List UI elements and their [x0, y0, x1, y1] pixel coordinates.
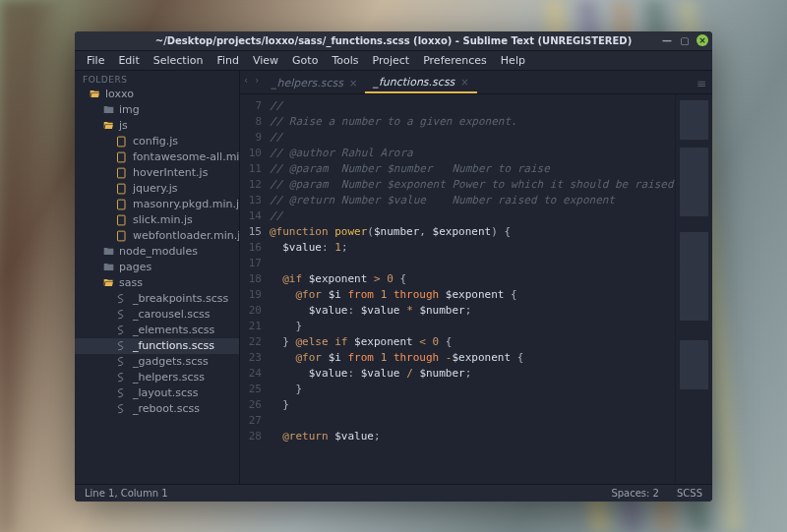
line-number[interactable]: 11 — [240, 161, 262, 177]
close-icon[interactable]: × — [696, 34, 708, 46]
line-number[interactable]: 25 — [240, 382, 262, 397]
code-line[interactable] — [270, 256, 675, 271]
tree-item[interactable]: hoverIntent.js — [75, 165, 239, 181]
line-number[interactable]: 28 — [240, 429, 262, 444]
code-line[interactable]: // @param Number $number Number to raise — [270, 161, 675, 177]
line-number[interactable]: 9 — [240, 130, 262, 146]
code-line[interactable]: } — [270, 382, 675, 397]
tree-item[interactable]: _helpers.scss — [75, 370, 239, 385]
line-number[interactable]: 18 — [240, 271, 262, 287]
tab-nav-arrows[interactable]: ‹ › — [244, 75, 261, 86]
line-number[interactable]: 8 — [240, 114, 262, 130]
status-spaces[interactable]: Spaces: 2 — [611, 488, 659, 499]
tree-item-label: _reboot.scss — [133, 402, 200, 415]
tree-item[interactable]: js — [75, 118, 239, 134]
tree-item[interactable]: _functions.scss — [75, 338, 239, 354]
tab[interactable]: _helpers.scss× — [264, 72, 365, 93]
code-line[interactable]: $value: 1; — [270, 240, 675, 256]
menu-preferences[interactable]: Preferences — [417, 52, 493, 69]
tab-close-icon[interactable]: × — [349, 78, 357, 89]
menu-project[interactable]: Project — [367, 52, 416, 69]
tree-item[interactable]: _elements.scss — [75, 323, 239, 338]
minimap[interactable] — [675, 94, 712, 484]
code-line[interactable] — [270, 413, 675, 429]
tree-item[interactable]: slick.min.js — [75, 212, 239, 228]
menu-help[interactable]: Help — [495, 52, 531, 69]
line-number[interactable]: 20 — [240, 303, 262, 319]
code-line[interactable]: // @param Number $exponent Power to whic… — [270, 177, 675, 193]
tree-item[interactable]: config.js — [75, 134, 239, 149]
menu-edit[interactable]: Edit — [112, 52, 145, 69]
code-line[interactable]: } @else if $exponent < 0 { — [270, 334, 675, 350]
line-number[interactable]: 24 — [240, 366, 262, 382]
file-scss-icon — [116, 372, 128, 384]
code-line[interactable]: // @author Rahul Arora — [270, 146, 675, 161]
code-line[interactable]: // Raise a number to a given exponent. — [270, 114, 675, 130]
tree-item[interactable]: _breakpoints.scss — [75, 291, 239, 307]
code-line[interactable]: @for $i from 1 through -$exponent { — [270, 350, 675, 366]
tree-item-label: _breakpoints.scss — [133, 292, 228, 305]
code-area[interactable]: //// Raise a number to a given exponent.… — [270, 94, 675, 484]
tree-item[interactable]: jquery.js — [75, 181, 239, 197]
tree-item[interactable]: _gadgets.scss — [75, 354, 239, 370]
tree-item[interactable]: node_modules — [75, 244, 239, 260]
line-number[interactable]: 21 — [240, 319, 262, 334]
code-line[interactable]: $value: $value / $number; — [270, 366, 675, 382]
code-line[interactable]: @if $exponent > 0 { — [270, 271, 675, 287]
tree-item[interactable]: pages — [75, 260, 239, 275]
code-line[interactable]: // — [270, 98, 675, 114]
minimize-icon[interactable]: — — [661, 34, 673, 46]
line-number[interactable]: 17 — [240, 256, 262, 271]
code-line[interactable]: // — [270, 130, 675, 146]
code-line[interactable]: $value: $value * $number; — [270, 303, 675, 319]
tree-item[interactable]: fontawesome-all.min.js — [75, 149, 239, 165]
tree-item[interactable]: _reboot.scss — [75, 401, 239, 417]
line-number[interactable]: 14 — [240, 208, 262, 224]
code-line[interactable]: } — [270, 397, 675, 413]
code-line[interactable]: // — [270, 208, 675, 224]
line-number[interactable]: 13 — [240, 193, 262, 208]
tree-item[interactable]: loxxo — [75, 87, 239, 102]
tree-item[interactable]: masonry.pkgd.min.js — [75, 197, 239, 212]
status-position[interactable]: Line 1, Column 1 — [85, 488, 168, 499]
tab-menu-icon[interactable]: ≡ — [696, 77, 706, 90]
file-js-icon — [116, 136, 128, 148]
menu-tools[interactable]: Tools — [326, 52, 364, 69]
line-number[interactable]: 26 — [240, 397, 262, 413]
line-gutter[interactable]: 7891011121314151617181920212223242526272… — [240, 94, 270, 484]
line-number[interactable]: 7 — [240, 98, 262, 114]
tab-close-icon[interactable]: × — [460, 77, 468, 88]
code-line[interactable]: @for $i from 1 through $exponent { — [270, 287, 675, 303]
line-number[interactable]: 12 — [240, 177, 262, 193]
menu-file[interactable]: File — [81, 52, 110, 69]
code-line[interactable]: @return $value; — [270, 429, 675, 444]
menu-selection[interactable]: Selection — [148, 52, 210, 69]
code-line[interactable]: @function power($number, $exponent) { — [270, 224, 675, 240]
titlebar[interactable]: ~/Desktop/projects/loxxo/sass/_functions… — [75, 31, 712, 51]
tab-label: _functions.scss — [373, 76, 454, 89]
status-syntax[interactable]: SCSS — [677, 488, 702, 499]
line-number[interactable]: 27 — [240, 413, 262, 429]
tree-item[interactable]: webfontloader.min.js — [75, 228, 239, 244]
svg-rect-0 — [118, 137, 126, 147]
code-line[interactable]: } — [270, 319, 675, 334]
line-number[interactable]: 16 — [240, 240, 262, 256]
menubar: FileEditSelectionFindViewGotoToolsProjec… — [75, 51, 712, 71]
code-line[interactable]: // @return Number $value Number raised t… — [270, 193, 675, 208]
tree-item[interactable]: sass — [75, 275, 239, 291]
line-number[interactable]: 10 — [240, 146, 262, 161]
line-number[interactable]: 15 — [240, 224, 262, 240]
menu-view[interactable]: View — [247, 52, 284, 69]
menu-goto[interactable]: Goto — [286, 52, 324, 69]
tree-item[interactable]: _carousel.scss — [75, 307, 239, 323]
line-number[interactable]: 23 — [240, 350, 262, 366]
line-number[interactable]: 19 — [240, 287, 262, 303]
tree-item[interactable]: _layout.scss — [75, 385, 239, 401]
tree-item-label: _functions.scss — [133, 339, 214, 352]
line-number[interactable]: 22 — [240, 334, 262, 350]
menu-find[interactable]: Find — [211, 52, 245, 69]
tree-item[interactable]: img — [75, 102, 239, 118]
tab[interactable]: _functions.scss× — [365, 72, 476, 93]
maximize-icon[interactable]: ▢ — [679, 34, 691, 46]
folder-icon — [102, 262, 114, 273]
